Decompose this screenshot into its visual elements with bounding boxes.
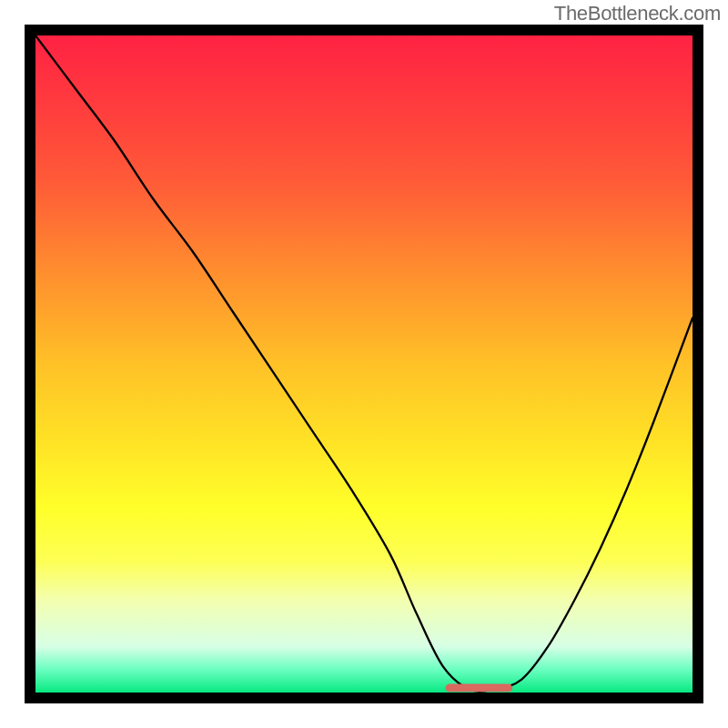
plot-svg [35, 35, 693, 693]
plot-frame [25, 25, 703, 703]
gradient-background [35, 35, 693, 693]
plot-area [35, 35, 693, 693]
chart-container: TheBottleneck.com [0, 0, 728, 728]
watermark-text: TheBottleneck.com [554, 2, 721, 25]
